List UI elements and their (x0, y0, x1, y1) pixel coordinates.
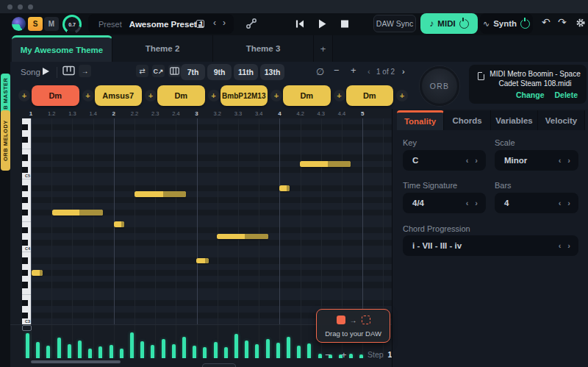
velocity-bar[interactable] (162, 339, 165, 358)
chord-block[interactable]: BmbP12M13 (220, 85, 268, 106)
velocity-bar[interactable] (276, 343, 280, 358)
black-key[interactable] (22, 270, 28, 276)
window-close-button[interactable] (7, 4, 12, 10)
velocity-bar[interactable] (297, 346, 301, 358)
prev-icon[interactable]: ‹ (559, 156, 562, 165)
bars-dropdown[interactable]: 4 ‹› (495, 193, 578, 213)
daw-sync-button[interactable]: DAW Sync (373, 15, 416, 32)
synth-power-icon[interactable] (520, 19, 530, 29)
chord-progression-dropdown[interactable]: i - VII - III - iv ‹› (403, 235, 578, 256)
midi-note[interactable] (196, 258, 209, 264)
velocity-bar[interactable] (151, 345, 154, 358)
velocity-lane-icon[interactable] (22, 325, 32, 331)
velocity-bar[interactable] (203, 347, 207, 358)
panel-tab-velocity[interactable]: Velocity (538, 110, 585, 130)
table-grid-icon[interactable] (168, 65, 181, 77)
horizontal-scrollbar[interactable] (31, 360, 121, 363)
midi-note[interactable] (135, 191, 186, 197)
prev-icon[interactable]: ‹ (466, 199, 469, 207)
stop-button[interactable] (340, 18, 348, 32)
scale-dropdown[interactable]: Minor ‹› (495, 150, 578, 171)
add-chord-button[interactable]: + (396, 90, 408, 101)
black-key[interactable] (22, 240, 28, 246)
preset-prev-button[interactable]: ‹ (213, 18, 216, 28)
add-chord-button[interactable]: + (18, 90, 30, 101)
chord-block[interactable]: Dm (283, 85, 331, 106)
velocity-bar[interactable] (130, 332, 134, 358)
black-key[interactable] (22, 154, 28, 160)
settings-gear-icon[interactable] (576, 18, 586, 30)
undo-button[interactable]: ↶ (542, 16, 551, 28)
prev-icon[interactable]: ‹ (559, 199, 562, 207)
mute-button[interactable]: M (44, 17, 59, 31)
piano-grid[interactable] (31, 118, 392, 324)
zoom-out-button[interactable]: − (334, 65, 340, 76)
extension-button-9th[interactable]: 9th (207, 64, 232, 80)
velocity-bar[interactable] (245, 341, 248, 358)
extension-button-11th[interactable]: 11th (234, 64, 258, 80)
change-link[interactable]: Change (516, 90, 545, 99)
synth-toggle-button[interactable]: ∿ Synth (480, 13, 533, 34)
velocity-bar[interactable] (36, 342, 40, 358)
velocity-bar[interactable] (255, 344, 259, 358)
extension-button-13th[interactable]: 13th (260, 64, 284, 80)
add-chord-button[interactable]: + (334, 90, 345, 101)
velocity-bar[interactable] (78, 341, 82, 358)
piano-icon[interactable] (62, 65, 75, 79)
redo-button[interactable]: ↷ (558, 16, 567, 28)
regenerate-icon[interactable]: ⇄ (136, 65, 148, 77)
time-signature-dropdown[interactable]: 4/4 ‹› (403, 193, 486, 213)
tab-add-theme[interactable]: + (314, 35, 333, 62)
velocity-bar[interactable] (266, 339, 270, 358)
export-icon[interactable]: → (79, 65, 91, 77)
velocity-bar[interactable] (88, 349, 92, 358)
ruler[interactable]: 11.21.31.422.22.32.433.23.33.444.24.34.4… (31, 109, 392, 118)
black-key[interactable] (22, 185, 28, 191)
midi-note[interactable] (300, 161, 351, 167)
black-key[interactable] (22, 227, 28, 233)
panel-tab-variables[interactable]: Variables (491, 110, 538, 130)
routing-icon[interactable] (245, 18, 257, 32)
window-minimize-button[interactable] (18, 4, 23, 10)
solo-button[interactable]: S (28, 17, 43, 31)
black-key[interactable] (22, 124, 28, 130)
next-icon[interactable]: › (567, 241, 570, 250)
next-icon[interactable]: › (567, 199, 570, 207)
null-chord-button[interactable]: ∅ (316, 66, 324, 77)
velocity-bar[interactable] (287, 337, 290, 358)
extension-button-7th[interactable]: 7th (181, 64, 205, 80)
midi-note[interactable] (217, 234, 268, 240)
prev-icon[interactable]: ‹ (559, 241, 562, 250)
window-zoom-button[interactable] (28, 4, 33, 10)
velocity-bar[interactable] (110, 345, 113, 358)
velocity-bar[interactable] (224, 347, 228, 358)
bottom-peek-panel[interactable] (202, 363, 236, 367)
velocity-bar[interactable] (26, 333, 29, 358)
next-icon[interactable]: › (475, 156, 478, 165)
tab-theme-2[interactable]: Theme 2 (112, 35, 213, 62)
black-key[interactable] (22, 313, 28, 318)
black-key[interactable] (22, 197, 28, 203)
preset-next-button[interactable]: › (223, 18, 226, 28)
panel-tab-tonality[interactable]: Tonality (397, 110, 444, 130)
key-dropdown[interactable]: C ‹› (403, 150, 486, 171)
velocity-bar[interactable] (318, 354, 322, 358)
velocity-bar[interactable] (98, 346, 102, 358)
skip-back-button[interactable] (295, 18, 304, 32)
velocity-bar[interactable] (172, 344, 176, 358)
step-zoom-out-button[interactable]: − (325, 349, 341, 360)
chord-block[interactable]: Dm (157, 85, 205, 106)
page-next-button[interactable]: › (402, 67, 405, 76)
volume-knob[interactable]: 0.7 (62, 15, 82, 34)
black-key[interactable] (22, 282, 28, 288)
orb-melody-tab[interactable]: ORB MELODY (1, 110, 10, 171)
velocity-bar[interactable] (140, 341, 144, 358)
velocity-bar[interactable] (193, 346, 196, 358)
velocity-bar[interactable] (234, 334, 238, 358)
orb-button[interactable]: ORB (420, 66, 459, 106)
velocity-bar[interactable] (307, 343, 311, 358)
prev-icon[interactable]: ‹ (466, 156, 469, 165)
midi-toggle-button[interactable]: ♪ MIDI (420, 13, 478, 34)
piano-keys[interactable]: C5C4C3 (22, 118, 31, 324)
velocity-bar[interactable] (57, 338, 61, 358)
